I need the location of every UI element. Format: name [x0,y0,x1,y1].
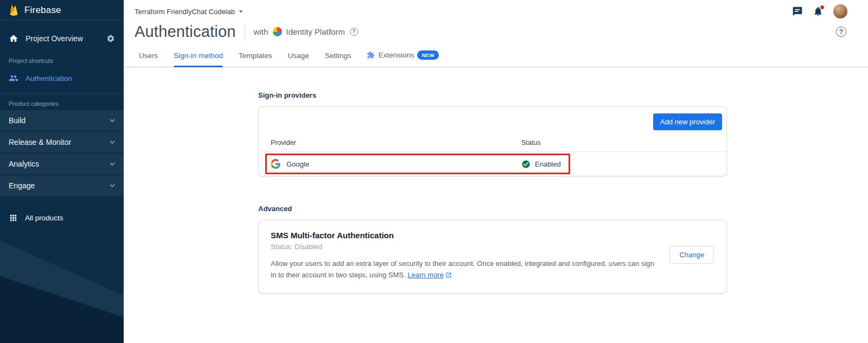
tab-label: Settings [325,52,352,60]
topbar: Terraform FriendlyChat Codelab [124,0,868,20]
sidebar-item-authentication[interactable]: Authentication [0,67,124,89]
notification-dot [820,5,824,9]
content-area: Sign-in providers Add new provider Provi… [124,91,868,294]
provider-status: Enabled [535,160,561,168]
help-icon[interactable]: ? [836,27,846,37]
tab-bar: Users Sign-in method Templates Usage Set… [124,46,868,67]
sidebar: Firebase Project Overview Project shortc… [0,0,124,343]
column-provider: Provider [271,139,521,147]
column-status: Status [521,139,726,147]
category-label: Engage [9,181,35,190]
provider-row-google[interactable]: Google Enabled [259,152,726,176]
sign-in-providers-title: Sign-in providers [258,91,868,99]
chevron-down-icon [107,116,117,125]
title-divider [245,24,245,40]
add-new-provider-button[interactable]: Add new provider [653,113,722,130]
change-button[interactable]: Change [669,246,714,264]
google-logo-icon [271,159,280,169]
sms-mfa-description: Allow your users to add an extra layer o… [271,258,659,281]
new-badge: NEW [417,50,438,60]
open-in-new-icon [445,272,452,278]
product-categories-label: Product categories [0,94,124,110]
providers-table-header: Provider Status [259,136,726,152]
info-icon[interactable]: ? [350,28,358,36]
sidebar-item-project-overview[interactable]: Project Overview [0,26,124,51]
tab-label: Users [139,52,158,60]
settings-gear-icon[interactable] [106,34,115,43]
avatar[interactable] [833,4,847,18]
sms-mfa-description-text: Allow your users to add an extra layer o… [271,259,654,279]
tab-label: Extensions [378,51,414,59]
sidebar-item-all-products[interactable]: All products [0,207,124,228]
tab-sign-in-method[interactable]: Sign-in method [174,47,223,67]
tab-usage[interactable]: Usage [288,47,309,67]
with-label: with [254,27,269,36]
grid-icon [9,213,18,223]
check-circle-icon [521,160,531,169]
people-icon [9,73,18,83]
sms-mfa-title: SMS Multi-factor Authentication [271,231,714,240]
provider-cell: Google [271,159,521,169]
firebase-brand[interactable]: Firebase [0,0,124,21]
category-label: Build [9,116,25,125]
alerts-bell-icon[interactable] [813,6,824,17]
all-products-label: All products [25,214,63,222]
category-label: Analytics [9,160,39,168]
chevron-down-icon [107,137,117,147]
sidebar-item-build[interactable]: Build [0,110,124,131]
firebase-console: Firebase Project Overview Project shortc… [0,0,868,343]
tab-label: Sign-in method [174,52,223,60]
tab-extensions[interactable]: Extensions NEW [367,46,438,67]
home-icon [9,34,18,43]
learn-more-link[interactable]: Learn more [407,270,451,281]
chevron-down-icon [107,159,117,169]
project-overview-label: Project Overview [25,34,99,43]
learn-more-label: Learn more [407,270,443,281]
tab-templates[interactable]: Templates [239,47,272,67]
project-shortcuts-label: Project shortcuts [0,51,124,67]
identity-platform-icon [273,27,282,36]
sidebar-item-engage[interactable]: Engage [0,175,124,196]
sidebar-decoration [0,267,124,343]
topbar-icons [792,4,847,18]
tab-users[interactable]: Users [139,47,158,67]
main-area: Terraform FriendlyChat Codelab Authentic… [124,0,868,343]
puzzle-icon [367,51,375,59]
project-name: Terraform FriendlyChat Codelab [135,8,235,16]
status-cell: Enabled [521,160,726,169]
tab-label: Usage [288,52,309,60]
feedback-icon[interactable] [792,6,803,17]
identity-platform-label: Identity Platform [286,27,344,36]
page-header: Authentication with Identity Platform ? … [124,20,868,41]
tab-settings[interactable]: Settings [325,47,352,67]
project-selector[interactable]: Terraform FriendlyChat Codelab [135,7,246,16]
providers-card: Add new provider Provider Status [258,106,727,176]
authentication-label: Authentication [25,74,72,82]
page-title: Authentication [135,23,236,41]
sms-mfa-card: SMS Multi-factor Authentication Status: … [258,220,727,294]
tab-label: Templates [239,52,272,60]
brand-name: Firebase [24,5,61,16]
advanced-title: Advanced [258,205,868,213]
chevron-down-icon [107,181,117,190]
caret-down-icon [236,7,246,16]
firebase-flame-icon [9,3,19,17]
sidebar-item-release-monitor[interactable]: Release & Monitor [0,132,124,153]
sidebar-item-analytics[interactable]: Analytics [0,154,124,174]
sms-mfa-status: Status: Disabled [271,243,714,251]
providers-card-toolbar: Add new provider [259,107,726,136]
provider-name: Google [286,160,309,168]
category-label: Release & Monitor [9,138,71,147]
sidebar-decoration [0,218,124,343]
